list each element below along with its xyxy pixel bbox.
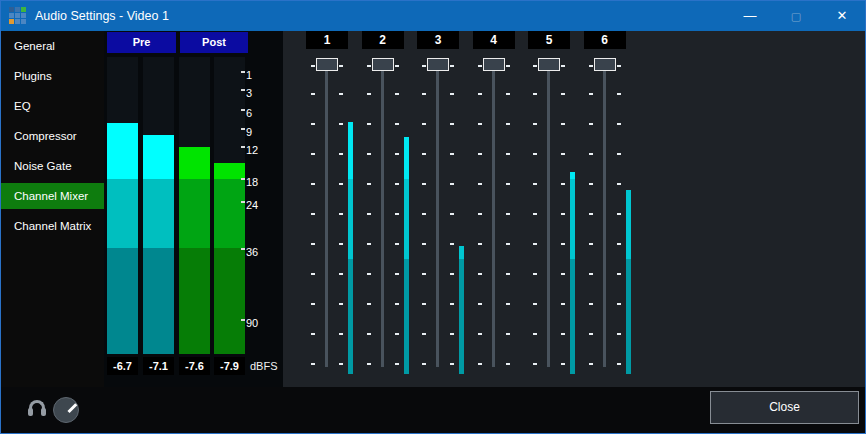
fader-tick (422, 183, 426, 185)
fader-handle-4[interactable] (483, 58, 505, 71)
fader-tick (506, 183, 510, 185)
fader-tick (561, 243, 565, 245)
sidebar-item-general[interactable]: General (1, 33, 104, 59)
fader-tick (311, 333, 315, 335)
minimize-button[interactable]: — (727, 1, 773, 31)
fader-tick (422, 363, 426, 365)
post-meter-bar-1 (179, 57, 210, 354)
fader-handle-1[interactable] (316, 58, 338, 71)
close-button[interactable]: Close (710, 391, 859, 424)
app-icon (9, 7, 27, 25)
fader-handle-6[interactable] (594, 58, 616, 71)
fader-tick (617, 65, 621, 67)
fader-tick (422, 273, 426, 275)
fader-tick (533, 153, 537, 155)
fader-tick (422, 213, 426, 215)
fader-tick (422, 333, 426, 335)
fader-tick (311, 93, 315, 95)
fader-tick (589, 213, 593, 215)
fader-track-4[interactable] (492, 59, 495, 367)
fader-tick (589, 65, 593, 67)
sidebar-item-compressor[interactable]: Compressor (1, 123, 104, 149)
post-level-value-2: -7.9 (214, 357, 245, 375)
pre-level-value-2: -7.1 (143, 357, 174, 375)
fader-tick (478, 243, 482, 245)
fader-tick (533, 213, 537, 215)
sidebar-item-plugins[interactable]: Plugins (1, 63, 104, 89)
fader-tick (339, 183, 343, 185)
db-scale-tick-36: 36 (241, 248, 265, 262)
fader-tick (450, 243, 454, 245)
channel-strip-5: 5 (521, 31, 577, 387)
channel-level-meter-1 (348, 59, 353, 374)
fader-tick (339, 363, 343, 365)
sidebar-item-noise-gate[interactable]: Noise Gate (1, 153, 104, 179)
fader-track-6[interactable] (603, 59, 606, 367)
fader-tick (367, 333, 371, 335)
fader-tick (395, 183, 399, 185)
fader-tick (339, 273, 343, 275)
fader-tick (395, 213, 399, 215)
fader-tick (367, 153, 371, 155)
fader-tick (422, 123, 426, 125)
fader-tick (450, 183, 454, 185)
fader-tick (617, 213, 621, 215)
channel-level-meter-2 (404, 59, 409, 374)
channel-strip-3: 3 (410, 31, 466, 387)
pre-meter-bar-1 (107, 57, 138, 354)
fader-tick (617, 243, 621, 245)
db-scale-tick-18: 18 (241, 178, 265, 192)
pre-meter-bar-2 (143, 57, 174, 354)
fader-tick (478, 333, 482, 335)
fader-tick (311, 153, 315, 155)
channel-level-meter-3 (459, 59, 464, 374)
fader-handle-3[interactable] (427, 58, 449, 71)
channel-level-meter-6 (626, 59, 631, 374)
fader-tick (422, 93, 426, 95)
channel-strip-4: 4 (466, 31, 522, 387)
fader-track-1[interactable] (325, 59, 328, 367)
fader-tick (589, 183, 593, 185)
db-scale-tick-24: 24 (241, 201, 265, 215)
sidebar: GeneralPluginsEQCompressorNoise GateChan… (1, 31, 104, 387)
sidebar-item-channel-matrix[interactable]: Channel Matrix (1, 213, 104, 239)
fader-tick (589, 363, 593, 365)
fader-tick (533, 363, 537, 365)
channel-header-4: 4 (473, 31, 515, 49)
fader-handle-2[interactable] (372, 58, 394, 71)
fader-handle-5[interactable] (538, 58, 560, 71)
close-window-button[interactable]: ✕ (819, 1, 865, 31)
headphone-volume-knob[interactable] (53, 397, 79, 423)
fader-tick (589, 153, 593, 155)
fader-tick (561, 213, 565, 215)
fader-tick (506, 303, 510, 305)
fader-tick (589, 123, 593, 125)
sidebar-item-channel-mixer[interactable]: Channel Mixer (1, 183, 104, 209)
fader-tick (506, 333, 510, 335)
fader-tick (617, 123, 621, 125)
fader-tick (311, 213, 315, 215)
fader-tick (561, 303, 565, 305)
channel-header-3: 3 (417, 31, 459, 49)
fader-tick (339, 303, 343, 305)
fader-tick (367, 123, 371, 125)
fader-tick (422, 243, 426, 245)
fader-tick (506, 243, 510, 245)
fader-tick (339, 65, 343, 67)
fader-tick (478, 273, 482, 275)
fader-tick (395, 65, 399, 67)
sidebar-item-eq[interactable]: EQ (1, 93, 104, 119)
db-scale-tick-90: 90 (241, 319, 265, 333)
fader-track-2[interactable] (381, 59, 384, 367)
headphones-icon[interactable] (28, 400, 46, 417)
meter-panel: Pre Post -6.7-7.1-7.6-7.9 dBFS 136912182… (104, 31, 283, 387)
fader-tick (561, 153, 565, 155)
fader-tick (533, 273, 537, 275)
fader-tick (339, 213, 343, 215)
fader-tick (395, 363, 399, 365)
fader-tick (339, 153, 343, 155)
fader-tick (506, 65, 510, 67)
fader-track-5[interactable] (547, 59, 550, 367)
channel-level-meter-5 (570, 59, 575, 374)
fader-track-3[interactable] (436, 59, 439, 367)
